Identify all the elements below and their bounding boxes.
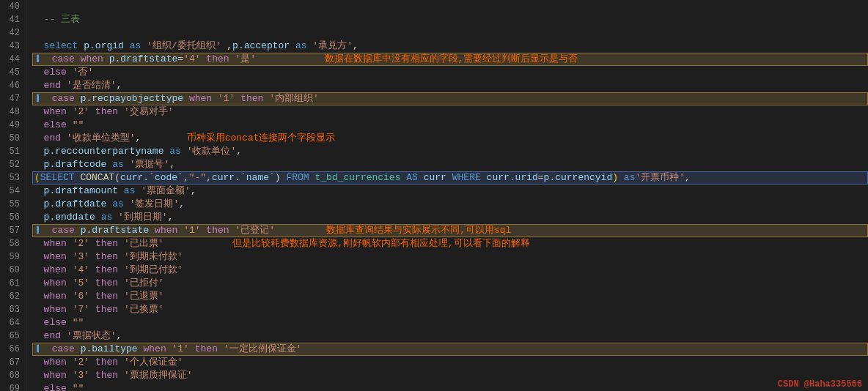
line-numbers: 40 41 42 43 44 45 46 47 48 49 50 51 52 5…	[0, 0, 26, 391]
code-line: select p.orgid as '组织/委托组织' ,p.acceptor …	[32, 40, 868, 53]
editor-container: 40 41 42 43 44 45 46 47 48 49 50 51 52 5…	[0, 0, 868, 391]
code-line: when '2' then '已出票' 但是比较耗费数据库资源,刚好帆软内部有相…	[32, 237, 868, 250]
code-line: else ""	[32, 119, 868, 132]
code-line: else '否'	[32, 66, 868, 79]
code-line: when '3' then '到期未付款'	[32, 250, 868, 264]
code-line: else ""	[32, 316, 868, 329]
code-line: ▐ case p.bailtype when '1' then '一定比例保证金…	[32, 343, 868, 356]
code-line: p.enddate as '到期日期',	[32, 211, 868, 224]
code-line: p.draftamount as '票面金额',	[32, 185, 868, 198]
code-line-subquery: (SELECT CONCAT(curr.`code`,"-",curr.`nam…	[32, 171, 868, 185]
code-line: ▐ case p.draftstate when '1' then '已登记' …	[32, 224, 868, 237]
code-line: p.draftcode as '票据号',	[32, 158, 868, 171]
code-line: when '2' then '个人保证金'	[32, 356, 868, 369]
code-line: when '3' then '票据质押保证'	[32, 369, 868, 382]
code-line: p.reccounterpartyname as '收款单位',	[32, 145, 868, 158]
code-line: when '6' then '已退票'	[32, 290, 868, 303]
watermark: CSDN @Haha335566	[778, 379, 862, 390]
code-line: when '7' then '已换票'	[32, 303, 868, 316]
code-line: when '4' then '到期已付款'	[32, 264, 868, 277]
code-line	[32, 0, 868, 13]
code-line: end '票据状态',	[32, 329, 868, 343]
code-line: else ""	[32, 382, 868, 391]
code-line: end '收款单位类型', 币种采用concat连接两个字段显示	[32, 132, 868, 145]
code-area[interactable]: -- 三表 select p.orgid as '组织/委托组织' ,p.acc…	[26, 0, 868, 391]
code-line	[32, 26, 868, 40]
code-line: when '2' then '交易对手'	[32, 105, 868, 119]
code-line: when '5' then '已拒付'	[32, 277, 868, 290]
code-line: ▐ case p.recpayobjecttype when '1' then …	[32, 92, 868, 105]
code-line: end '是否结清',	[32, 79, 868, 92]
code-line: p.draftdate as '签发日期',	[32, 198, 868, 211]
code-line: -- 三表	[32, 13, 868, 26]
code-line: ▐ case when p.draftstate='4' then '是' 数据…	[32, 53, 868, 66]
